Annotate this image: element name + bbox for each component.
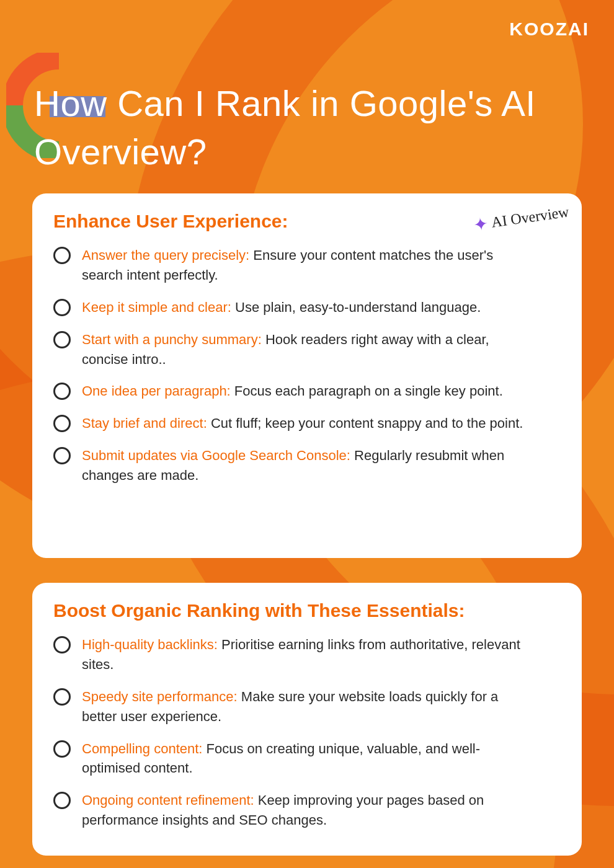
item-text: Compelling content: Focus on creating un… [82,739,528,779]
list-item: Keep it simple and clear: Use plain, eas… [53,298,561,317]
checkbox-circle[interactable] [53,636,71,653]
checkbox-circle[interactable] [53,383,71,400]
list-item: Compelling content: Focus on creating un… [53,739,561,779]
list-item: Submit updates via Google Search Console… [53,446,561,485]
list-item: Answer the query precisely: Ensure your … [53,246,561,285]
checkbox-circle[interactable] [53,740,71,758]
sparkle-icon: ✦ [473,213,489,236]
item-text: High-quality backlinks: Prioritise earni… [82,635,528,675]
checkbox-circle[interactable] [53,331,71,348]
item-text: Submit updates via Google Search Console… [82,446,528,485]
list-item: Start with a punchy summary: Hook reader… [53,330,561,370]
item-text: Stay brief and direct: Cut fluff; keep y… [82,414,523,433]
checkbox-circle[interactable] [53,447,71,464]
item-text: Answer the query precisely: Ensure your … [82,246,528,285]
item-text: Ongoing content refinement: Keep improvi… [82,790,528,830]
brand-logo: KOOZAI [509,19,589,40]
card-boost-ranking: Boost Organic Ranking with These Essenti… [32,583,582,856]
list-item: Stay brief and direct: Cut fluff; keep y… [53,414,561,433]
checkbox-circle[interactable] [53,688,71,706]
list-item: Ongoing content refinement: Keep improvi… [53,790,561,830]
checkbox-circle[interactable] [53,415,71,432]
item-text: Keep it simple and clear: Use plain, eas… [82,298,481,317]
checkbox-circle[interactable] [53,299,71,316]
item-text: One idea per paragraph: Focus each parag… [82,381,503,401]
card-enhance-ux: ✦ AI Overview Enhance User Experience: A… [32,193,582,558]
section2-heading: Boost Organic Ranking with These Essenti… [53,600,561,621]
list-item: One idea per paragraph: Focus each parag… [53,381,561,401]
list-item: Speedy site performance: Make sure your … [53,687,561,727]
item-text: Speedy site performance: Make sure your … [82,687,528,727]
list-item: High-quality backlinks: Prioritise earni… [53,635,561,675]
checkbox-circle[interactable] [53,247,71,264]
item-text: Start with a punchy summary: Hook reader… [82,330,528,370]
page-title: How Can I Rank in Google's AI Overview? [34,79,583,177]
checkbox-circle[interactable] [53,792,71,809]
